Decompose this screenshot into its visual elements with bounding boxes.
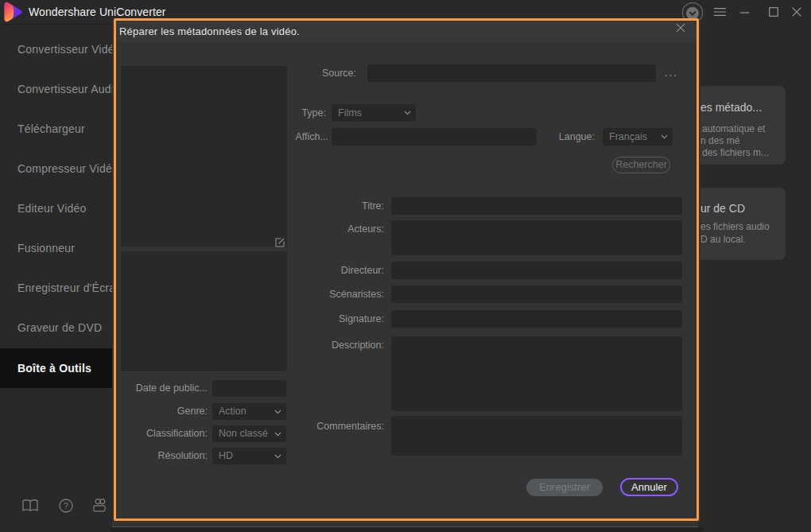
cancel-button[interactable]: Annuler xyxy=(620,478,678,496)
chevron-down-icon xyxy=(274,410,281,414)
sidebar-item-fusionneur[interactable]: Fusionneur xyxy=(0,240,114,256)
sidebar-item-boite-a-outils[interactable]: Boîte à Outils xyxy=(0,348,114,388)
description-textarea[interactable] xyxy=(391,336,682,411)
sidebar-item-convertisseur-video[interactable]: Convertisseur Vidéo xyxy=(0,41,114,57)
commentaires-label: Commentaires: xyxy=(259,417,384,435)
dialog-shadow xyxy=(112,521,698,526)
card-text-line: n des mé xyxy=(700,135,739,146)
sidebar-item-editeur-video[interactable]: Editeur Vidéo xyxy=(0,200,114,216)
card-text-line: D au local. xyxy=(700,234,746,245)
sidebar-item-convertisseur-audio[interactable]: Convertisseur Audio xyxy=(0,81,114,97)
help-icon[interactable]: ? xyxy=(59,499,73,516)
close-window-button[interactable] xyxy=(791,0,801,24)
source-label: Source: xyxy=(283,64,356,82)
card-cd-burner-title: ur de CD xyxy=(700,202,745,215)
users-icon[interactable] xyxy=(92,498,108,515)
affich-label: Affich... xyxy=(246,128,328,146)
classification-label: Classification: xyxy=(116,425,208,442)
scenaristes-label: Scénaristes: xyxy=(259,285,384,303)
sidebar-item-compresseur-video[interactable]: Compresseur Vidéo xyxy=(0,161,114,177)
commentaires-textarea[interactable] xyxy=(391,416,682,456)
source-input[interactable] xyxy=(367,64,656,82)
app-logo-icon xyxy=(1,0,25,24)
menu-icon[interactable] xyxy=(713,0,727,24)
dialog-title: Réparer les métadonnées de la vidéo. xyxy=(119,21,300,43)
sidebar-item-graveur-dvd[interactable]: Graveur de DVD xyxy=(0,320,114,336)
video-thumbnail-area[interactable] xyxy=(121,66,287,247)
guide-icon[interactable] xyxy=(22,499,38,516)
langue-label: Langue: xyxy=(514,128,595,146)
card-text-line: es fichiers audio xyxy=(700,221,770,232)
sidebar: Convertisseur Vidéo Convertisseur Audio … xyxy=(0,24,114,532)
affich-input[interactable] xyxy=(332,128,537,146)
sidebar-item-enregistreur-ecran[interactable]: Enregistreur d'Écran xyxy=(0,280,114,296)
card-text-line: automatique et xyxy=(702,123,765,134)
resolution-dropdown[interactable]: HD xyxy=(212,448,286,464)
save-button[interactable]: Enregistrer xyxy=(526,479,603,496)
type-dropdown[interactable]: Films xyxy=(332,104,416,122)
acteurs-textarea[interactable] xyxy=(391,220,682,255)
directeur-input[interactable] xyxy=(391,262,682,279)
chevron-down-icon xyxy=(404,111,411,115)
chevron-down-icon xyxy=(661,134,668,139)
dialog-shadow-dark xyxy=(110,527,704,532)
signature-input[interactable] xyxy=(391,310,682,328)
browse-more-button[interactable]: ... xyxy=(662,64,681,82)
type-label: Type: xyxy=(246,104,326,122)
repair-metadata-dialog: Réparer les métadonnées de la vidéo. Dat… xyxy=(114,18,699,521)
scenaristes-input[interactable] xyxy=(391,285,682,303)
langue-dropdown[interactable]: Français xyxy=(603,128,673,146)
svg-text:?: ? xyxy=(64,501,68,511)
signature-label: Signature: xyxy=(259,310,384,328)
titre-input[interactable] xyxy=(391,197,682,215)
acteurs-label: Acteurs: xyxy=(259,220,384,238)
date-input[interactable] xyxy=(212,380,286,397)
chevron-down-icon xyxy=(274,454,281,459)
minimize-button[interactable] xyxy=(739,0,749,24)
genre-label: Genre: xyxy=(116,403,208,420)
titre-label: Titre: xyxy=(259,197,384,215)
description-label: Description: xyxy=(259,336,384,354)
dialog-close-icon[interactable] xyxy=(673,20,689,36)
dialog-header: Réparer les métadonnées de la vidéo. xyxy=(116,21,697,43)
search-button[interactable]: Rechercher xyxy=(612,157,670,173)
maximize-button[interactable] xyxy=(769,0,778,24)
card-fix-metadata-title: es métado... xyxy=(700,101,762,114)
card-text-line: des fichiers m... xyxy=(702,147,769,158)
sidebar-item-telechargeur[interactable]: Téléchargeur xyxy=(0,121,114,137)
directeur-label: Directeur: xyxy=(259,262,384,279)
date-label: Date de public... xyxy=(116,380,208,397)
resolution-label: Résolution: xyxy=(116,448,208,464)
